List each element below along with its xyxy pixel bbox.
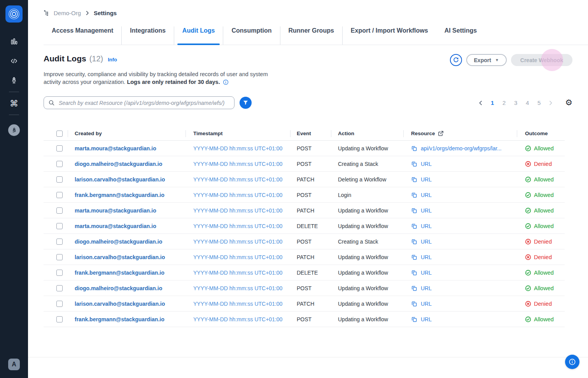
resource-link[interactable]: URL bbox=[411, 207, 432, 214]
help-info-fab[interactable] bbox=[565, 355, 579, 369]
tab-export-import-workflows[interactable]: Export / Import Workflows bbox=[343, 26, 436, 45]
tab-access-management[interactable]: Access Management bbox=[44, 26, 122, 45]
page-number-4[interactable]: 4 bbox=[523, 99, 532, 106]
page-number-3[interactable]: 3 bbox=[511, 99, 520, 106]
column-header-timestamp[interactable]: Timestampt bbox=[186, 127, 290, 140]
next-page-button[interactable] bbox=[546, 99, 555, 107]
resource-link[interactable]: URL bbox=[411, 192, 432, 198]
table-header-row: Created by Timestampt Event Action Resou… bbox=[44, 127, 565, 141]
column-header-resource[interactable]: Resource bbox=[403, 127, 517, 140]
sidebar-item-dashboards[interactable] bbox=[7, 35, 21, 48]
timestamp-link[interactable]: YYYY-MM-DD hh:mm:ss UTC+01:00 bbox=[193, 285, 282, 291]
copy-icon bbox=[411, 207, 417, 214]
outcome-label: Denied bbox=[534, 239, 552, 245]
search-input[interactable] bbox=[44, 96, 234, 109]
timestamp-link[interactable]: YYYY-MM-DD hh:mm:ss UTC+01:00 bbox=[193, 176, 282, 183]
created-by-link[interactable]: marta.moura@stackguardian.io bbox=[75, 223, 156, 229]
table-settings-gear-icon[interactable]: ⚙ bbox=[565, 99, 572, 107]
column-header-created-by[interactable]: Created by bbox=[68, 127, 186, 140]
resource-link[interactable]: URL bbox=[411, 270, 432, 276]
code-icon bbox=[10, 57, 18, 65]
created-by-link[interactable]: larison.carvalho@stackguardian.io bbox=[75, 176, 165, 183]
page-number-1[interactable]: 1 bbox=[488, 99, 497, 106]
table-row: marta.moura@stackguardian.io YYYY-MM-DD … bbox=[44, 203, 565, 218]
timestamp-link[interactable]: YYYY-MM-DD hh:mm:ss UTC+01:00 bbox=[193, 301, 282, 307]
timestamp-link[interactable]: YYYY-MM-DD hh:mm:ss UTC+01:00 bbox=[193, 192, 282, 198]
concentric-circles-icon bbox=[7, 7, 21, 21]
row-checkbox[interactable] bbox=[56, 145, 63, 152]
outcome-badge: Denied bbox=[525, 254, 552, 260]
breadcrumb-org[interactable]: Demo-Org bbox=[54, 10, 81, 16]
user-avatar[interactable]: A bbox=[8, 359, 20, 370]
tab-audit-logs[interactable]: Audit Logs bbox=[174, 26, 224, 45]
refresh-button[interactable] bbox=[450, 54, 462, 66]
sidebar-item-command-palette[interactable]: ⌘ bbox=[7, 97, 21, 110]
created-by-link[interactable]: marta.moura@stackguardian.io bbox=[75, 145, 156, 152]
resource-link[interactable]: URL bbox=[411, 176, 432, 183]
created-by-link[interactable]: larison.carvalho@stackguardian.io bbox=[75, 254, 165, 260]
created-by-link[interactable]: diogo.malheiro@stackguardian.io bbox=[75, 285, 162, 291]
timestamp-link[interactable]: YYYY-MM-DD hh:mm:ss UTC+01:00 bbox=[193, 270, 282, 276]
info-circle-icon[interactable] bbox=[223, 79, 229, 87]
row-checkbox[interactable] bbox=[56, 270, 63, 276]
timestamp-link[interactable]: YYYY-MM-DD hh:mm:ss UTC+01:00 bbox=[193, 223, 282, 229]
page-number-2[interactable]: 2 bbox=[500, 99, 508, 106]
created-by-link[interactable]: frank.bergmann@stackguardian.io bbox=[75, 316, 164, 322]
resource-link[interactable]: URL bbox=[411, 239, 432, 245]
tab-ai-settings[interactable]: AI Settings bbox=[436, 26, 485, 45]
resource-link[interactable]: URL bbox=[411, 161, 432, 167]
sidebar-item-deployments[interactable] bbox=[7, 74, 21, 87]
select-all-checkbox[interactable] bbox=[56, 131, 63, 137]
timestamp-link[interactable]: YYYY-MM-DD hh:mm:ss UTC+01:00 bbox=[193, 207, 282, 214]
sidebar-item-whats-new[interactable] bbox=[8, 124, 20, 136]
row-checkbox[interactable] bbox=[56, 301, 63, 307]
sidebar-item-code[interactable] bbox=[7, 54, 21, 68]
tab-integrations[interactable]: Integrations bbox=[122, 26, 174, 45]
resource-link[interactable]: URL bbox=[411, 285, 432, 291]
table-row: frank.bergmann@stackguardian.io YYYY-MM-… bbox=[44, 312, 565, 327]
row-checkbox[interactable] bbox=[56, 254, 63, 260]
created-by-link[interactable]: marta.moura@stackguardian.io bbox=[75, 207, 156, 214]
resource-link[interactable]: api/v1/orgs/demo-org/wfgrps/lar... bbox=[411, 145, 502, 152]
row-checkbox[interactable] bbox=[56, 316, 63, 322]
row-checkbox[interactable] bbox=[56, 176, 63, 183]
outcome-badge: Denied bbox=[525, 301, 552, 307]
resource-url-label: URL bbox=[421, 254, 432, 260]
tab-runner-groups[interactable]: Runner Groups bbox=[280, 26, 343, 45]
created-by-link[interactable]: frank.bergmann@stackguardian.io bbox=[75, 192, 164, 198]
row-checkbox[interactable] bbox=[56, 207, 63, 214]
outcome-label: Denied bbox=[534, 254, 552, 260]
export-button[interactable]: Export ▼ bbox=[466, 54, 507, 66]
created-by-link[interactable]: larison.carvalho@stackguardian.io bbox=[75, 301, 165, 307]
timestamp-link[interactable]: YYYY-MM-DD hh:mm:ss UTC+01:00 bbox=[193, 254, 282, 260]
row-checkbox[interactable] bbox=[56, 223, 63, 229]
create-webhook-button[interactable]: Create Webhook bbox=[511, 54, 572, 66]
check-circle-icon bbox=[525, 207, 531, 214]
created-by-link[interactable]: diogo.malheiro@stackguardian.io bbox=[75, 239, 162, 245]
created-by-link[interactable]: frank.bergmann@stackguardian.io bbox=[75, 270, 164, 276]
filter-button[interactable] bbox=[240, 97, 252, 109]
info-link[interactable]: Info bbox=[108, 57, 117, 63]
event-label: PATCH bbox=[297, 254, 314, 260]
row-checkbox[interactable] bbox=[56, 239, 63, 245]
timestamp-link[interactable]: YYYY-MM-DD hh:mm:ss UTC+01:00 bbox=[193, 316, 282, 322]
resource-link[interactable]: URL bbox=[411, 316, 432, 322]
prev-page-button[interactable] bbox=[476, 99, 485, 107]
column-header-outcome[interactable]: Outcome bbox=[517, 127, 565, 140]
tab-consumption[interactable]: Consumption bbox=[223, 26, 280, 45]
page-number-5[interactable]: 5 bbox=[535, 99, 543, 106]
timestamp-link[interactable]: YYYY-MM-DD hh:mm:ss UTC+01:00 bbox=[193, 239, 282, 245]
resource-link[interactable]: URL bbox=[411, 223, 432, 229]
column-header-event[interactable]: Event bbox=[290, 127, 331, 140]
created-by-link[interactable]: diogo.malheiro@stackguardian.io bbox=[75, 161, 162, 167]
column-header-action[interactable]: Action bbox=[331, 127, 403, 140]
timestamp-link[interactable]: YYYY-MM-DD hh:mm:ss UTC+01:00 bbox=[193, 161, 282, 167]
row-checkbox[interactable] bbox=[56, 285, 63, 291]
row-checkbox[interactable] bbox=[56, 161, 63, 167]
resource-link[interactable]: URL bbox=[411, 254, 432, 260]
stackguardian-logo-icon[interactable] bbox=[5, 5, 23, 23]
event-label: POST bbox=[297, 239, 312, 245]
row-checkbox[interactable] bbox=[56, 192, 63, 198]
resource-link[interactable]: URL bbox=[411, 301, 432, 307]
timestamp-link[interactable]: YYYY-MM-DD hh:mm:ss UTC+01:00 bbox=[193, 145, 282, 152]
